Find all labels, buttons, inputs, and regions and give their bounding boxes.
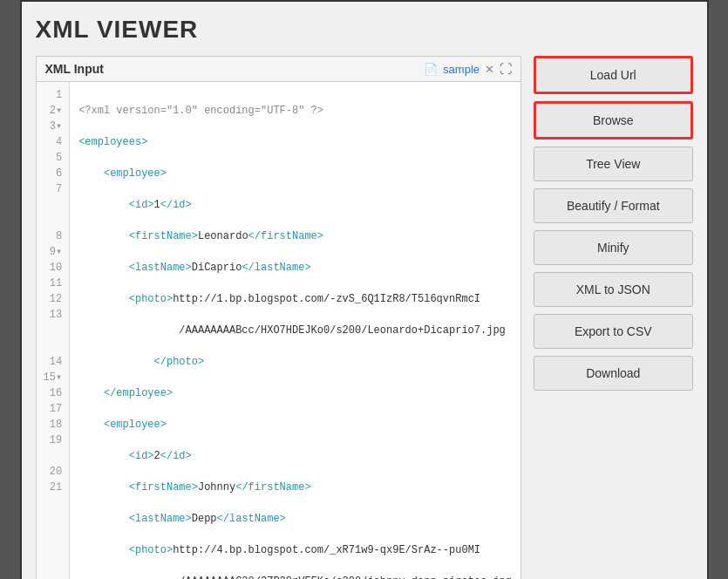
main-layout: XML Input 📄 sample ✕ ⛶ 1 2▾ 3▾ 4 5 6 7 [36,56,693,579]
file-icon: 📄 [424,63,438,76]
code-area: 1 2▾ 3▾ 4 5 6 7 8 9▾ 10 11 12 13 [37,82,521,579]
download-button[interactable]: Download [534,356,692,391]
xml-to-json-button[interactable]: XML to JSON [534,272,692,307]
code-content[interactable]: <?xml version="1.0" encoding="UTF-8" ?> … [70,82,520,579]
app-window: XML VIEWER XML Input 📄 sample ✕ ⛶ 1 2▾ 3… [20,0,709,579]
expand-button[interactable]: ⛶ [500,62,512,76]
export-to-csv-button[interactable]: Export to CSV [534,314,692,349]
close-button[interactable]: ✕ [485,63,494,76]
editor-panel: XML Input 📄 sample ✕ ⛶ 1 2▾ 3▾ 4 5 6 7 [36,56,522,579]
load-url-button[interactable]: Load Url [534,56,692,94]
browse-button[interactable]: Browse [534,101,692,140]
sidebar: Load Url Browse Tree View Beautify / For… [534,56,692,579]
minify-button[interactable]: Minify [534,230,692,265]
beautify-format-button[interactable]: Beautify / Format [534,188,692,223]
line-numbers: 1 2▾ 3▾ 4 5 6 7 8 9▾ 10 11 12 13 [37,82,71,579]
tree-view-button[interactable]: Tree View [534,146,692,181]
editor-header-title: XML Input [45,62,104,76]
app-title: XML VIEWER [36,16,693,44]
sample-link[interactable]: sample [443,63,480,76]
editor-header-right: 📄 sample ✕ ⛶ [424,62,512,76]
editor-header: XML Input 📄 sample ✕ ⛶ [37,57,521,82]
